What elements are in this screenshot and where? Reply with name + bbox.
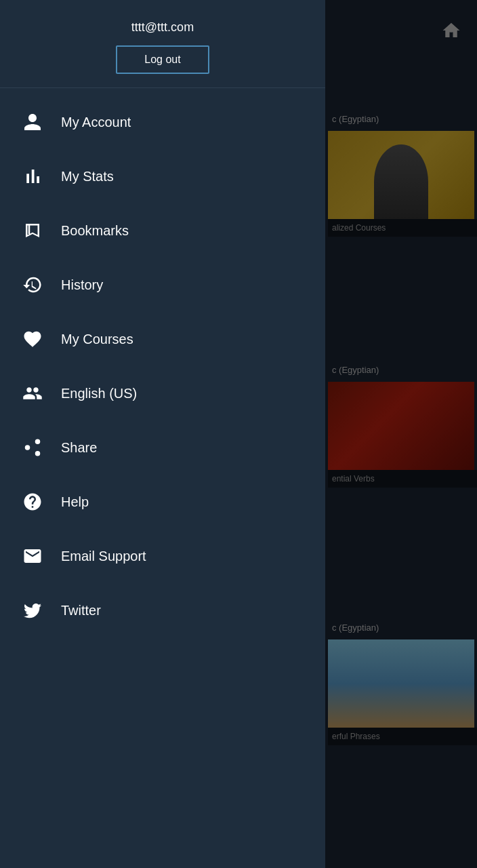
share-icon <box>20 435 45 460</box>
overlay <box>325 0 477 868</box>
heart-icon <box>20 327 45 351</box>
sidebar-item-bookmarks-label: Bookmarks <box>61 223 129 239</box>
sidebar-drawer: tttt@ttt.com Log out My Account My Stats… <box>0 0 325 868</box>
sidebar-item-history-label: History <box>61 277 103 293</box>
account-icon <box>20 110 45 134</box>
sidebar-item-bookmarks[interactable]: Bookmarks <box>0 203 325 258</box>
sidebar-item-my-account[interactable]: My Account <box>0 95 325 149</box>
sidebar-item-twitter[interactable]: Twitter <box>0 583 325 637</box>
svg-point-3 <box>25 445 30 450</box>
twitter-icon <box>20 598 45 623</box>
sidebar-item-share-label: Share <box>61 440 97 456</box>
sidebar-item-my-courses[interactable]: My Courses <box>0 312 325 366</box>
sidebar-item-my-account-label: My Account <box>61 115 131 130</box>
logout-button[interactable]: Log out <box>116 45 209 74</box>
svg-rect-1 <box>28 224 30 234</box>
language-icon <box>20 381 45 406</box>
svg-point-4 <box>35 451 41 456</box>
sidebar-item-share[interactable]: Share <box>0 420 325 475</box>
svg-point-2 <box>35 439 41 445</box>
stats-icon <box>20 164 45 189</box>
sidebar-item-my-stats-label: My Stats <box>61 169 114 184</box>
sidebar-item-email-support-label: Email Support <box>61 549 146 564</box>
sidebar-item-my-stats[interactable]: My Stats <box>0 149 325 203</box>
bookmarks-icon <box>20 218 45 243</box>
sidebar-item-help-label: Help <box>61 494 89 510</box>
sidebar-item-my-courses-label: My Courses <box>61 332 133 347</box>
sidebar-item-twitter-label: Twitter <box>61 603 101 618</box>
sidebar-item-email-support[interactable]: Email Support <box>0 529 325 583</box>
sidebar-item-help[interactable]: Help <box>0 475 325 529</box>
sidebar-item-history[interactable]: History <box>0 258 325 312</box>
user-email: tttt@ttt.com <box>131 20 194 35</box>
sidebar-item-language-label: English (US) <box>61 386 137 401</box>
history-icon <box>20 273 45 297</box>
sidebar-nav: My Account My Stats Bookmarks History <box>0 88 325 868</box>
sidebar-item-language[interactable]: English (US) <box>0 366 325 420</box>
help-icon <box>20 490 45 514</box>
sidebar-header: tttt@ttt.com Log out <box>0 0 325 88</box>
email-icon <box>20 544 45 568</box>
